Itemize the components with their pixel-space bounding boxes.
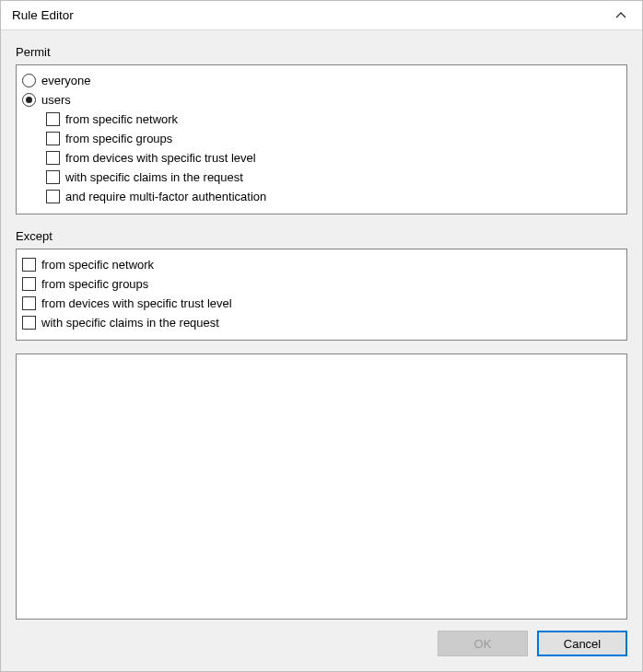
permit-option-label: everyone — [41, 74, 90, 87]
button-row: OK Cancel — [16, 620, 627, 658]
except-specific-claims[interactable]: with specific claims in the request — [22, 313, 619, 332]
radio-icon — [22, 93, 36, 107]
condition-specific-groups[interactable]: from specific groups — [46, 129, 619, 148]
except-trust-level[interactable]: from devices with specific trust level — [22, 294, 619, 313]
checkbox-icon — [22, 277, 36, 291]
checkbox-icon — [46, 190, 60, 203]
except-specific-groups[interactable]: from specific groups — [22, 274, 619, 294]
content-area: Permit everyone users from specific netw… — [1, 30, 642, 671]
user-conditions: from specific network from specific grou… — [22, 110, 619, 206]
checkbox-icon — [46, 170, 60, 184]
cancel-button[interactable]: Cancel — [537, 631, 627, 656]
checkbox-icon — [22, 316, 36, 330]
details-panel — [16, 353, 627, 620]
rule-editor-window: Rule Editor Permit everyone users from s… — [0, 0, 643, 672]
ok-button: OK — [438, 631, 528, 656]
permit-panel: everyone users from specific network fro… — [16, 64, 627, 214]
condition-specific-network[interactable]: from specific network — [46, 110, 619, 129]
except-condition-label: from devices with specific trust level — [41, 296, 232, 310]
checkbox-icon — [22, 296, 36, 310]
checkbox-icon — [46, 132, 60, 145]
except-condition-label: with specific claims in the request — [41, 316, 219, 330]
condition-trust-level[interactable]: from devices with specific trust level — [46, 148, 619, 168]
permit-option-users[interactable]: users — [22, 90, 619, 110]
window-title: Rule Editor — [12, 8, 74, 22]
condition-label: with specific claims in the request — [65, 170, 243, 184]
checkbox-icon — [46, 151, 60, 165]
radio-icon — [22, 74, 36, 87]
condition-label: from devices with specific trust level — [65, 151, 256, 165]
except-label: Except — [16, 229, 627, 243]
condition-require-mfa[interactable]: and require multi-factor authentication — [46, 187, 619, 206]
condition-label: and require multi-factor authentication — [65, 190, 266, 203]
except-specific-network[interactable]: from specific network — [22, 255, 619, 274]
condition-specific-claims[interactable]: with specific claims in the request — [46, 168, 619, 187]
cancel-button-label: Cancel — [564, 637, 601, 651]
checkbox-icon — [22, 258, 36, 272]
collapse-button[interactable] — [609, 4, 633, 28]
permit-option-everyone[interactable]: everyone — [22, 71, 619, 90]
except-condition-label: from specific groups — [41, 277, 148, 291]
chevron-up-icon — [614, 9, 627, 22]
permit-label: Permit — [16, 45, 627, 59]
condition-label: from specific network — [65, 112, 178, 126]
permit-option-label: users — [41, 93, 71, 107]
checkbox-icon — [46, 112, 60, 126]
except-condition-label: from specific network — [41, 258, 154, 272]
ok-button-label: OK — [474, 637, 492, 651]
condition-label: from specific groups — [65, 132, 172, 145]
titlebar: Rule Editor — [1, 1, 642, 30]
except-panel: from specific network from specific grou… — [16, 249, 627, 341]
